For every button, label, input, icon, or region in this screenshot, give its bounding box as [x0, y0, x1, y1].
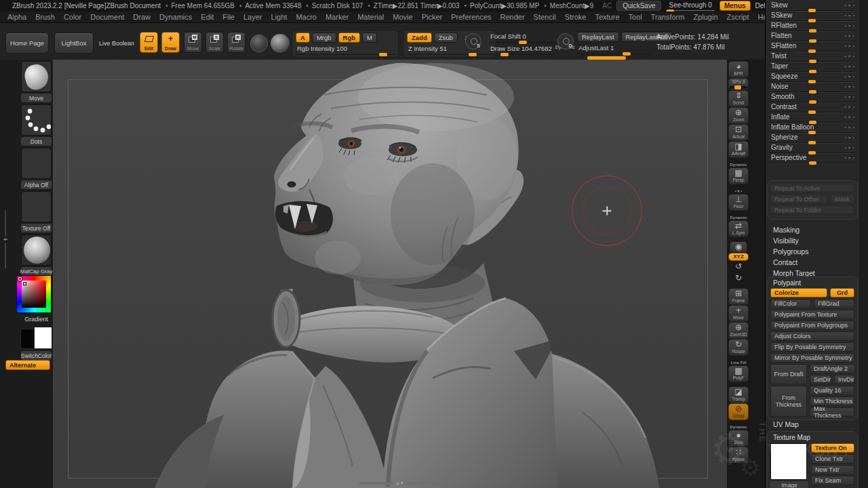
tool-slider[interactable]: Perspective ▪ ▾ ▪ [768, 153, 856, 163]
colorize-button[interactable]: Colorize [770, 288, 827, 298]
tool-slider[interactable]: Flatten ▪ ▾ ▪ [768, 31, 856, 41]
frame-button[interactable]: ⊞ Frame [728, 289, 749, 304]
repeat-action-button[interactable]: Repeat To Folder [770, 205, 854, 214]
slider-axis-icons[interactable]: ▪ ▾ ▪ [844, 84, 855, 89]
stroke-curve-dial-icon[interactable]: S [465, 33, 481, 49]
brush-cursor[interactable] [572, 176, 642, 246]
stroke-preview-icon[interactable] [250, 35, 268, 52]
document-canvas[interactable]: ▲▼ [53, 60, 727, 488]
new-txtr-button[interactable]: New Txtr [811, 465, 854, 474]
polypaint-action-button[interactable]: Polypaint From Texture [770, 310, 854, 319]
image-label[interactable]: Image [770, 481, 808, 488]
lsym-button[interactable]: Dynamic ⇄ L.Sym [728, 216, 749, 237]
slider-handle[interactable] [500, 53, 509, 56]
tool-slider[interactable]: Noise ▪ ▾ ▪ [768, 82, 856, 92]
menubar-item[interactable]: Stencil [534, 13, 556, 21]
scale-mode-button[interactable]: S Scale [205, 32, 224, 53]
slider-handle[interactable] [623, 52, 631, 56]
spin-left-button[interactable]: ↺ [728, 262, 749, 272]
slider-handle[interactable] [379, 53, 387, 56]
menubar-item[interactable]: Render [500, 13, 525, 21]
scroll-button[interactable]: ⇕ Scroll [728, 91, 749, 106]
tool-slider[interactable]: RFlatten ▪ ▾ ▪ [768, 21, 856, 31]
tool-slider[interactable]: Gravity ▪ ▾ ▪ [768, 143, 856, 153]
left-tray-divider[interactable]: ◂▸ [1, 210, 9, 268]
slider-axis-icons[interactable]: ▪ ▾ ▪ [844, 104, 855, 109]
polypaint-action-button[interactable]: Mirror By Posable Symmetry [770, 353, 854, 363]
slider-axis-icons[interactable]: ▪ ▾ ▪ [844, 3, 855, 7]
menubar-item[interactable]: Material [357, 13, 384, 21]
ghost-button[interactable]: ⊘ Ghost [728, 404, 749, 420]
fillgrad-button[interactable]: FillGrad [814, 299, 854, 308]
slider-axis-icons[interactable]: ▪ ▾ ▪ [844, 43, 855, 48]
aahalf-button[interactable]: ◨ AAHalf [728, 142, 749, 157]
polyf-button[interactable]: Line Fill ▦ PolyF [728, 361, 749, 382]
subpalette-header[interactable]: Masking [766, 224, 858, 235]
texture-map-header[interactable]: Texture Map [770, 434, 854, 443]
current-stroke[interactable]: Dots [21, 104, 52, 146]
tool-slider[interactable]: Twist ▪ ▾ ▪ [768, 52, 856, 62]
edit-mode-button[interactable]: Edit [140, 32, 158, 53]
slider-axis-icons[interactable]: ▪ ▾ ▪ [844, 125, 855, 129]
paint-mode-button[interactable]: M [362, 33, 377, 43]
current-brush[interactable]: Move [21, 61, 52, 102]
slider-axis-icons[interactable]: ▪ ▾ ▪ [844, 155, 855, 160]
spin-right-button[interactable]: ↻ [728, 273, 749, 283]
sculpt-mode-button[interactable]: Zadd [407, 33, 432, 43]
replay-dial-icon[interactable]: D [557, 33, 574, 49]
uv-map-header[interactable]: UV Map [766, 420, 799, 428]
polypaint-action-button[interactable]: Flip By Posable Symmetry [770, 342, 854, 352]
sculpt-mode-button[interactable]: Zsub [434, 33, 458, 43]
slider-axis-icons[interactable]: ▪ ▾ ▪ [844, 135, 855, 140]
menubar-item[interactable]: Light [271, 13, 288, 21]
floor-button[interactable]: ▪ ▾ ▪ ⊥ Floor [728, 189, 749, 210]
paint-mode-button[interactable]: Rgb [338, 33, 360, 43]
tool-slider[interactable]: Squeeze ▪ ▾ ▪ [768, 72, 856, 82]
home-page-button[interactable]: Home Page [5, 33, 49, 54]
xyz-button[interactable]: XYZ [728, 253, 749, 260]
min-thickness-slider[interactable]: Min Thickness [810, 396, 854, 406]
menubar-item[interactable]: Stroke [565, 13, 587, 21]
focal-shift-slider[interactable]: Focal Shift 0 [489, 32, 554, 43]
max-thickness-slider[interactable]: Max Thickness [810, 407, 854, 417]
slider-axis-icons[interactable]: ▪ ▾ ▪ [844, 64, 855, 68]
slider-axis-icons[interactable]: ▪ ▾ ▪ [844, 54, 855, 58]
menubar-item[interactable]: Help [758, 13, 766, 21]
move-mode-button[interactable]: M Move [184, 32, 202, 53]
material-thumbnail[interactable] [21, 235, 52, 266]
lightbox-button[interactable]: LightBox [54, 33, 94, 54]
zoom-button[interactable]: ⊕ Zoom [728, 108, 749, 123]
menubar-item[interactable]: Texture [595, 13, 619, 21]
live-boolean-button[interactable]: Live Boolean [98, 33, 136, 54]
stroke-thumbnail[interactable] [21, 104, 52, 136]
texture-image-thumbnail[interactable] [770, 443, 807, 480]
menubar-item[interactable]: Preferences [451, 13, 491, 21]
polypaint-action-button[interactable]: Polypaint From Polygroups [770, 321, 854, 330]
fillcolor-button[interactable]: FillColor [770, 299, 811, 308]
default-zscript-button[interactable]: DefaultZScript [755, 2, 765, 9]
current-texture[interactable]: Texture Off [21, 191, 52, 232]
color-picker[interactable] [16, 275, 52, 313]
transp-button[interactable]: ◪ Transp [728, 387, 749, 403]
current-alpha[interactable]: Alpha Off [21, 148, 52, 189]
tool-slider[interactable]: SFlatten ▪ ▾ ▪ [768, 41, 856, 52]
subpalette-header[interactable]: Contact [766, 257, 858, 268]
switch-color-button[interactable]: SwitchColor [21, 351, 52, 360]
grd-button[interactable]: Grd [830, 288, 854, 298]
clone-txtr-button[interactable]: Clone Txtr [811, 454, 854, 464]
bpr-button[interactable]: ◕ BPR [728, 62, 749, 77]
rotate-camera-button[interactable]: ↻ Rotate [728, 340, 749, 355]
menubar-item[interactable]: Draw [133, 13, 151, 21]
slider-axis-icons[interactable]: ▪ ▾ ▪ [844, 23, 855, 28]
persp-button[interactable]: Dynamic ▦ Persp [728, 163, 749, 184]
menubar-item[interactable]: File [222, 13, 235, 21]
material-preview-icon[interactable] [271, 34, 290, 53]
slider-axis-icons[interactable]: ▪ ▾ ▪ [844, 33, 855, 38]
secondary-color-swatch[interactable] [34, 327, 52, 349]
from-thickness-button[interactable]: From Thickness [770, 386, 807, 417]
slider-axis-icons[interactable]: ▪ ▾ ▪ [844, 115, 855, 119]
repeat-action-button[interactable]: Repeat To Active [770, 184, 854, 192]
see-through-slider[interactable]: See-through 0 [666, 1, 714, 11]
menubar-item[interactable]: Dynamics [159, 13, 192, 21]
replay-last-button[interactable]: ReplayLast [577, 32, 619, 42]
